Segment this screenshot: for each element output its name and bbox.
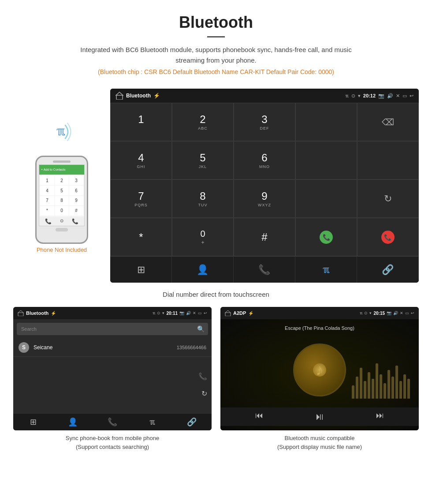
- phonebook-screenshot: Bluetooth ⚡ ℼ⊙▾ 20:11 📷🔊✕▭↩ Search 🔍: [13, 307, 212, 430]
- toolbar-contacts-icon[interactable]: 👤: [172, 257, 234, 283]
- window-icon: ▭: [402, 93, 407, 99]
- pb-home-icon: [18, 310, 24, 316]
- key-6[interactable]: 6MNO: [234, 141, 295, 179]
- key-8[interactable]: 8TUV: [172, 179, 234, 218]
- music-screenshot-block: A2DP ⚡ ℼ⊙▾ 20:15 📷🔊✕▭↩ Escape (The Pina …: [220, 307, 419, 451]
- call-red-icon: 📞: [379, 228, 397, 246]
- key-empty-r3c4: [295, 179, 357, 218]
- page-description: Integrated with BC6 Bluetooth module, su…: [66, 45, 366, 66]
- music-play-icon[interactable]: ⏯: [315, 411, 324, 422]
- redial-key[interactable]: ↻: [357, 179, 419, 218]
- call-green-icon: 📞: [320, 231, 333, 244]
- music-caption: Bluetooth music compatible(Support displ…: [277, 434, 362, 451]
- pb-call-icon[interactable]: 📞: [198, 372, 207, 381]
- phone-mockup: + Add to Contacts 1 2 3 4 5 6 7 8 9: [35, 156, 88, 244]
- phone-screen-top: + Add to Contacts: [39, 165, 84, 175]
- phone-screen: + Add to Contacts 1 2 3 4 5 6 7 8 9: [39, 164, 85, 226]
- location-icon: ⊙: [351, 93, 355, 99]
- music-disc: ♪: [293, 343, 346, 396]
- key-1[interactable]: 1: [110, 103, 172, 141]
- music-eq-visualizer: [352, 372, 410, 399]
- music-album-area: ♪: [220, 332, 419, 407]
- specs-line: (Bluetooth chip : CSR BC6 Default Blueto…: [9, 68, 423, 75]
- key-empty-r1: [295, 103, 357, 141]
- volume-icon: 🔊: [387, 93, 393, 99]
- pb-search-bar[interactable]: Search 🔍: [17, 323, 208, 335]
- dial-status-bar: Bluetooth ⚡ ℼ ⊙ ▾ 20:12 📷 🔊 ✕ ▭ ↩: [110, 89, 419, 103]
- main-content: ℼ + Add to Contacts 1 2 3 4: [0, 89, 432, 460]
- key-star[interactable]: *: [110, 218, 172, 256]
- dial-caption: Dial number direct from touchscreen: [163, 291, 269, 298]
- pb-contact-name: Seicane: [34, 344, 177, 351]
- svg-rect-1: [116, 95, 123, 100]
- pb-toolbar-bluetooth[interactable]: ℼ: [132, 417, 172, 427]
- toolbar-grid-icon[interactable]: ⊞: [110, 257, 172, 283]
- pb-toolbar-phone[interactable]: 📞: [93, 417, 132, 427]
- phone-side: ℼ + Add to Contacts 1 2 3 4: [13, 119, 110, 253]
- music-next-icon[interactable]: ⏭: [376, 411, 384, 422]
- key-7[interactable]: 7PQRS: [110, 179, 172, 218]
- phone-not-included-label: Phone Not Included: [37, 246, 87, 253]
- music-screenshot: A2DP ⚡ ℼ⊙▾ 20:15 📷🔊✕▭↩ Escape (The Pina …: [220, 307, 419, 430]
- pb-app-name: Bluetooth: [26, 310, 48, 316]
- top-section: ℼ + Add to Contacts 1 2 3 4: [13, 89, 419, 283]
- music-home-icon: [225, 310, 231, 316]
- music-app-name: A2DP: [233, 310, 246, 316]
- keypad-grid: 1 2ABC 3DEF ⌫ 4GHI 5JKL 6MNO: [110, 103, 419, 256]
- pb-toolbar-grid[interactable]: ⊞: [13, 417, 53, 427]
- key-3[interactable]: 3DEF: [234, 103, 295, 141]
- status-right: ℼ ⊙ ▾ 20:12 📷 🔊 ✕ ▭ ↩: [345, 93, 413, 99]
- key-hash[interactable]: #: [234, 218, 295, 256]
- toolbar-settings-icon[interactable]: 🔗: [357, 257, 419, 283]
- pb-status-bar: Bluetooth ⚡ ℼ⊙▾ 20:11 📷🔊✕▭↩: [13, 307, 212, 319]
- pb-sync-icon[interactable]: ↻: [201, 389, 207, 398]
- toolbar-phone-icon[interactable]: 📞: [234, 257, 295, 283]
- signal-icon: ▾: [358, 93, 361, 99]
- music-controls[interactable]: ⏮ ⏯ ⏭: [220, 407, 419, 426]
- phonebook-screenshot-block: Bluetooth ⚡ ℼ⊙▾ 20:11 📷🔊✕▭↩ Search 🔍: [13, 307, 212, 451]
- pb-search-icon: 🔍: [197, 325, 205, 332]
- key-9[interactable]: 9WXYZ: [234, 179, 295, 218]
- end-call-button[interactable]: 📞: [357, 218, 419, 256]
- key-5[interactable]: 5JKL: [172, 141, 234, 179]
- phonebook-caption: Sync phone-book from mobile phone(Suppor…: [66, 434, 159, 451]
- bottom-section: Bluetooth ⚡ ℼ⊙▾ 20:11 📷🔊✕▭↩ Search 🔍: [13, 307, 419, 451]
- svg-rect-2: [18, 313, 23, 316]
- music-status-bar: A2DP ⚡ ℼ⊙▾ 20:15 📷🔊✕▭↩: [220, 307, 419, 319]
- key-empty-r2c4: [295, 141, 357, 179]
- key-4[interactable]: 4GHI: [110, 141, 172, 179]
- time-display: 20:12: [363, 93, 376, 98]
- key-empty-r2c5: [357, 141, 419, 179]
- key-2[interactable]: 2ABC: [172, 103, 234, 141]
- svg-text:ℼ: ℼ: [56, 124, 65, 138]
- page-header: Bluetooth Integrated with BC6 Bluetooth …: [0, 0, 432, 89]
- toolbar-bluetooth-icon[interactable]: ℼ: [295, 257, 357, 283]
- pb-search-placeholder: Search: [21, 326, 37, 332]
- pb-side-icons: 📞 ↻: [13, 357, 212, 413]
- home-icon: [115, 92, 123, 100]
- key-0[interactable]: 0+: [172, 218, 234, 256]
- music-content: Escape (The Pina Colada Song) ♪ ⏮ ⏯: [220, 319, 419, 430]
- phone-home-button[interactable]: [56, 228, 68, 231]
- usb-icon: ⚡: [153, 93, 160, 99]
- close-icon: ✕: [396, 93, 400, 99]
- pb-contact-avatar: S: [19, 342, 29, 353]
- pb-toolbar-link[interactable]: 🔗: [172, 417, 212, 427]
- pb-toolbar-contacts[interactable]: 👤: [53, 417, 93, 427]
- pb-contact-number: 13566664466: [177, 345, 206, 350]
- music-prev-icon[interactable]: ⏮: [255, 411, 263, 422]
- music-time: 20:15: [373, 311, 385, 316]
- backspace-key[interactable]: ⌫: [357, 103, 419, 141]
- page-title: Bluetooth: [9, 13, 423, 32]
- dial-toolbar: ⊞ 👤 📞 ℼ 🔗: [110, 256, 419, 283]
- status-left: Bluetooth ⚡: [115, 92, 160, 100]
- pb-contact-row[interactable]: S Seicane 13566664466: [13, 339, 212, 357]
- back-icon: ↩: [410, 93, 413, 99]
- svg-rect-3: [225, 313, 231, 316]
- dial-screen: Bluetooth ⚡ ℼ ⊙ ▾ 20:12 📷 🔊 ✕ ▭ ↩: [110, 89, 419, 283]
- pb-contact-initial: S: [22, 344, 26, 351]
- pb-time: 20:11: [166, 311, 178, 316]
- call-button[interactable]: 📞: [295, 218, 357, 256]
- music-note-icon: ♪: [316, 361, 324, 379]
- pb-toolbar: ⊞ 👤 📞 ℼ 🔗: [13, 413, 212, 430]
